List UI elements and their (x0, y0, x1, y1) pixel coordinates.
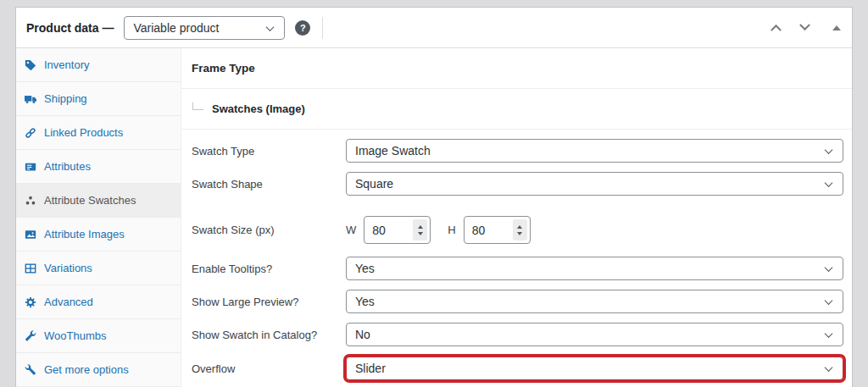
triangle-up-icon (832, 25, 841, 30)
chevron-down-icon (825, 363, 833, 372)
product-data-tabs: Inventory Shipping Linked Products Attri… (16, 48, 181, 387)
width-label: W (346, 224, 356, 236)
swatches-subsection-heading: Swatches (Image) (181, 89, 852, 130)
list-card-icon (25, 161, 36, 173)
tab-attribute-images[interactable]: Attribute Images (16, 218, 181, 252)
tab-woothumbs[interactable]: WooThumbs (16, 319, 181, 353)
dots-cluster-icon (25, 195, 36, 207)
swatch-height-input[interactable] (465, 224, 505, 237)
tab-label: Linked Products (44, 126, 123, 139)
chevron-down-icon (825, 179, 833, 187)
spinner-down-icon (418, 232, 423, 235)
chevron-down-icon (799, 19, 810, 30)
chevron-down-icon (825, 329, 833, 338)
toggle-panel-button[interactable] (825, 19, 842, 36)
swatch-height-input-wrap (464, 216, 531, 244)
swatch-width-input[interactable] (364, 224, 405, 237)
form-row-show-swatch-in-catalog: Show Swatch in Catalog? No (192, 323, 843, 346)
swatch-settings-form: Swatch Type Image Swatch Swatch Shape Sq… (181, 139, 852, 380)
show-swatch-in-catalog-select[interactable]: No (346, 323, 843, 346)
tab-attributes[interactable]: Attributes (16, 150, 181, 184)
wrench-icon (25, 364, 36, 376)
tab-attribute-swatches[interactable]: Attribute Swatches (16, 184, 181, 218)
tab-get-more-options[interactable]: Get more options (16, 353, 181, 387)
form-row-enable-tooltips: Enable Tooltips? Yes (192, 257, 843, 280)
tab-label: Attributes (44, 160, 91, 173)
truck-icon (25, 93, 36, 105)
grid-icon (25, 263, 36, 274)
swatch-width-input-wrap (364, 216, 431, 244)
field-label: Overflow (192, 362, 346, 375)
move-up-button[interactable] (767, 19, 784, 36)
spinner-up-icon (517, 225, 522, 229)
header-divider (322, 17, 323, 39)
form-row-swatch-shape: Swatch Shape Square (192, 172, 843, 196)
metabox-controls (767, 19, 842, 36)
swatch-shape-select[interactable]: Square (346, 172, 843, 196)
chevron-down-icon (825, 296, 833, 305)
tag-icon (25, 59, 36, 71)
tab-label: Variations (44, 262, 92, 274)
number-spinner[interactable] (513, 219, 527, 240)
gear-icon (25, 296, 36, 308)
tab-inventory[interactable]: Inventory (16, 48, 181, 82)
chevron-down-icon (825, 263, 833, 272)
enable-tooltips-select[interactable]: Yes (346, 257, 843, 280)
tab-label: Attribute Swatches (44, 194, 136, 207)
attribute-section-heading: Frame Type (181, 48, 852, 89)
product-type-value: Variable product (133, 21, 219, 35)
tab-label: Attribute Images (44, 228, 125, 240)
branch-connector-icon (192, 102, 203, 110)
field-label: Enable Tooltips? (192, 263, 346, 275)
form-row-overflow: Overflow Slider (192, 357, 843, 380)
form-row-swatch-size: Swatch Size (px) W H (192, 216, 843, 244)
chevron-down-icon (266, 23, 275, 31)
image-icon (25, 229, 36, 240)
metabox-title: Product data — (26, 21, 114, 35)
form-row-swatch-type: Swatch Type Image Swatch (192, 139, 843, 163)
tab-advanced[interactable]: Advanced (16, 285, 181, 319)
spinner-up-icon (418, 225, 423, 229)
tab-linked-products[interactable]: Linked Products (16, 116, 181, 150)
field-label: Swatch Shape (192, 178, 346, 191)
link-icon (25, 127, 36, 139)
product-data-metabox: Product data — Variable product ? Invent… (15, 7, 853, 387)
attribute-swatches-panel: Frame Type Swatches (Image) Swatch Type … (181, 48, 852, 387)
field-label: Swatch Size (px) (192, 224, 346, 236)
wrench-icon (25, 330, 36, 342)
spinner-down-icon (517, 232, 522, 235)
move-down-button[interactable] (796, 19, 813, 36)
overflow-select-highlighted[interactable]: Slider (346, 357, 843, 380)
show-large-preview-select[interactable]: Yes (346, 290, 843, 313)
tab-shipping[interactable]: Shipping (16, 82, 181, 116)
metabox-header: Product data — Variable product ? (16, 8, 852, 48)
tab-label: Advanced (44, 296, 93, 308)
chevron-down-icon (825, 146, 833, 154)
field-label: Show Swatch in Catalog? (192, 329, 346, 341)
product-type-select[interactable]: Variable product (124, 16, 285, 40)
tab-variations[interactable]: Variations (16, 252, 181, 285)
form-row-show-large-preview: Show Large Preview? Yes (192, 290, 843, 313)
chevron-up-icon (771, 25, 782, 36)
help-icon[interactable]: ? (295, 20, 310, 36)
tab-label: Inventory (44, 58, 89, 71)
field-label: Show Large Preview? (192, 296, 346, 308)
number-spinner[interactable] (413, 219, 427, 240)
height-label: H (448, 224, 455, 236)
tab-label: Get more options (44, 363, 129, 376)
tab-label: Shipping (44, 92, 87, 105)
field-label: Swatch Type (192, 145, 346, 158)
tab-label: WooThumbs (44, 329, 106, 342)
swatch-type-select[interactable]: Image Swatch (346, 139, 843, 163)
